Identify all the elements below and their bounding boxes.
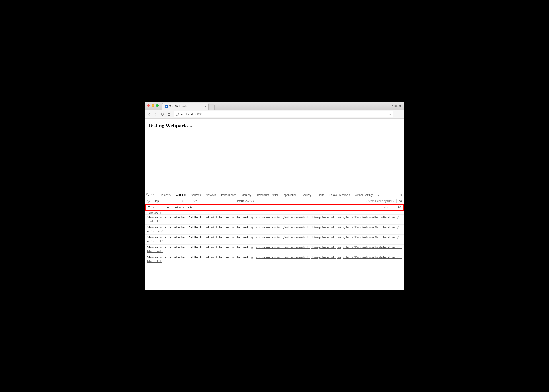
log-link[interactable]: chrome-extension://niloccemoadcdkdjlinkg… (256, 246, 386, 249)
log-row: This is a functioning service. bundle.js… (146, 205, 403, 210)
log-message: Slow network is detected. Fallback font … (147, 226, 256, 229)
page-viewport: Testing Webpack.... (145, 119, 404, 192)
log-source-link[interactable]: localhost/:1 (383, 245, 402, 249)
context-selector[interactable]: top ▼ (155, 200, 186, 203)
tab-console[interactable]: Console (174, 192, 188, 198)
tab-close-icon[interactable]: × (204, 105, 206, 108)
log-link[interactable]: bfont.ttf (147, 259, 402, 263)
log-link[interactable]: chrome-extension://niloccemoadcdkdjlinkg… (256, 236, 386, 239)
log-message: Slow network is detected. Fallback font … (147, 246, 256, 249)
log-source-link[interactable]: localhost/:1 (383, 255, 402, 259)
tab-sources[interactable]: Sources (189, 192, 203, 198)
reload-button[interactable] (160, 112, 164, 116)
hidden-count-label: 2 items hidden by filters (366, 200, 394, 203)
address-bar[interactable]: i localhost:8080 ☆ (174, 111, 394, 117)
toolbar: i localhost:8080 ☆ ⋮ (145, 110, 404, 119)
levels-selector[interactable]: Default levels ▼ (236, 200, 254, 203)
log-source-link[interactable]: localhost/:1 (383, 235, 402, 239)
url-host: localhost (181, 112, 193, 116)
devtools-empty-area (145, 270, 404, 290)
devtools-menu-button[interactable]: ⋮ (394, 193, 398, 197)
window-close-button[interactable] (147, 104, 150, 107)
log-source-link[interactable]: localhost/:1 (383, 225, 402, 230)
filter-input[interactable] (189, 200, 233, 203)
window-controls (147, 104, 159, 107)
tab-js-profiler[interactable]: JavaScript Profiler (254, 192, 280, 198)
log-row: font.woff (145, 211, 404, 214)
log-link[interactable]: font.ttf (147, 219, 402, 224)
titlebar: Test Webpack × Prosper (145, 102, 404, 110)
window-minimize-button[interactable] (152, 104, 154, 107)
log-source-link[interactable]: bundle.js:80 (382, 206, 401, 209)
tab-laravel-testtools[interactable]: Laravel TestTools (327, 192, 352, 198)
log-link[interactable]: ebfont.woff (147, 230, 402, 233)
favicon-icon (165, 105, 168, 108)
console-prompt[interactable]: › (145, 264, 404, 270)
tab-memory[interactable]: Memory (239, 192, 253, 198)
bookmark-star-icon[interactable]: ☆ (388, 112, 392, 116)
url-port: :8080 (195, 112, 202, 116)
log-row: Slow network is detected. Fallback font … (145, 224, 404, 234)
devtools-panel: Elements Console Sources Network Perform… (145, 192, 404, 290)
log-link[interactable]: chrome-extension://niloccemoadcdkdjlinkg… (256, 216, 386, 219)
inspect-element-icon[interactable] (146, 193, 149, 197)
new-tab-button[interactable] (209, 104, 215, 110)
site-info-icon[interactable]: i (176, 113, 179, 116)
tab-performance[interactable]: Performance (219, 192, 239, 198)
devtools-close-button[interactable]: ✕ (400, 193, 403, 197)
log-link[interactable]: chrome-extension://niloccemoadcdkdjlinkg… (256, 226, 386, 229)
log-message: Slow network is detected. Fallback font … (147, 256, 256, 259)
back-button[interactable] (147, 112, 151, 116)
home-button[interactable] (167, 112, 171, 116)
log-link[interactable]: bfont.woff (147, 249, 402, 253)
device-toolbar-icon[interactable] (151, 193, 155, 197)
log-row: Slow network is detected. Fallback font … (145, 254, 404, 264)
context-label: top (155, 200, 159, 203)
tab-title: Test Webpack (169, 105, 203, 108)
clear-console-icon[interactable] (147, 200, 149, 203)
log-row: Slow network is detected. Fallback font … (145, 244, 404, 254)
tab-author-settings[interactable]: Author Settings (353, 192, 375, 198)
tabs-overflow-icon[interactable]: » (378, 194, 379, 197)
window-maximize-button[interactable] (156, 104, 159, 107)
tab-application[interactable]: Application (281, 192, 299, 198)
tab-audits[interactable]: Audits (315, 192, 326, 198)
browser-tab[interactable]: Test Webpack × (162, 103, 209, 110)
separator (152, 199, 152, 203)
tab-elements[interactable]: Elements (157, 192, 173, 198)
log-link[interactable]: chrome-extension://niloccemoadcdkdjlinkg… (256, 256, 386, 259)
log-row: Slow network is detected. Fallback font … (145, 214, 404, 224)
log-link[interactable]: ebfont.ttf (147, 239, 402, 243)
browser-menu-button[interactable]: ⋮ (396, 112, 402, 117)
log-message: This is a functioning service. (148, 206, 196, 209)
console-filterbar: top ▼ Default levels ▼ 2 items hidden by… (145, 198, 404, 204)
highlighted-log: This is a functioning service. bundle.js… (145, 204, 404, 211)
profile-label[interactable]: Prosper (391, 104, 401, 107)
forward-button[interactable] (154, 112, 158, 116)
devtools-inspect-tools (146, 193, 155, 197)
devtools-tabbar: Elements Console Sources Network Perform… (145, 192, 404, 198)
chevron-down-icon: ▼ (253, 200, 254, 202)
chevron-down-icon: ▼ (182, 200, 184, 202)
log-row: Slow network is detected. Fallback font … (145, 234, 404, 244)
log-link[interactable]: font.woff (147, 211, 162, 214)
levels-label: Default levels (236, 200, 252, 203)
log-message: Slow network is detected. Fallback font … (147, 236, 256, 239)
page-heading: Testing Webpack.... (148, 123, 401, 129)
console-settings-icon[interactable] (399, 199, 402, 203)
tab-network[interactable]: Network (204, 192, 218, 198)
log-source-link[interactable]: localhost/:1 (383, 216, 402, 219)
separator (396, 199, 397, 203)
browser-window: Test Webpack × Prosper i localhost:8080 … (145, 102, 404, 290)
tab-security[interactable]: Security (300, 192, 314, 198)
log-message: Slow network is detected. Fallback font … (147, 216, 256, 219)
